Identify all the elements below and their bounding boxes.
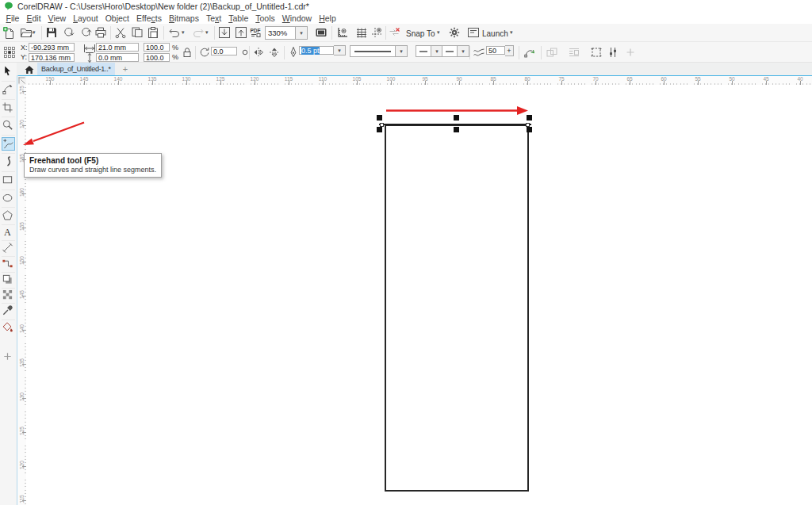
snap-to-dropdown[interactable]: ▾ xyxy=(437,29,440,36)
lock-ratio-icon[interactable] xyxy=(181,46,193,59)
new-document-button[interactable] xyxy=(2,26,16,40)
launch-button[interactable]: Launch xyxy=(482,29,508,38)
object-height-field[interactable]: 0.0 mm xyxy=(96,53,139,62)
selection-handle-top-left[interactable] xyxy=(377,115,382,121)
ellipse-tool[interactable] xyxy=(2,192,15,205)
selected-line-object[interactable] xyxy=(379,124,531,125)
outline-pen-icon[interactable] xyxy=(287,46,300,59)
rotation-angle-field[interactable]: 0.0 xyxy=(211,47,237,55)
selection-handle-bottom-right[interactable] xyxy=(527,127,532,132)
close-curve-icon[interactable] xyxy=(523,46,536,59)
menu-help[interactable]: Help xyxy=(316,13,340,23)
menu-edit[interactable]: Edit xyxy=(23,13,44,23)
line-style-dropdown[interactable]: ▾ xyxy=(396,45,408,57)
menu-table[interactable]: Table xyxy=(225,13,252,23)
polygon-tool[interactable] xyxy=(2,209,15,223)
outline-width-dropdown[interactable]: ▾ xyxy=(334,45,346,55)
pick-tool[interactable] xyxy=(2,65,15,78)
shape-tool[interactable] xyxy=(2,83,15,97)
show-rulers-button[interactable] xyxy=(336,26,350,40)
rotation-icon[interactable] xyxy=(198,46,211,59)
menu-tools[interactable]: Tools xyxy=(252,13,279,23)
document-tab[interactable]: Backup_of_Untitled-1..* xyxy=(37,63,115,75)
paste-button[interactable] xyxy=(147,26,160,40)
connector-tool[interactable] xyxy=(2,258,15,271)
y-position-field[interactable]: 170.136 mm xyxy=(29,53,75,62)
text-tool[interactable]: A xyxy=(2,226,15,239)
redo-dropdown[interactable]: ▾ xyxy=(205,29,209,36)
line-end-node[interactable] xyxy=(526,123,530,127)
cut-button[interactable] xyxy=(114,26,128,40)
rectangle-tool[interactable] xyxy=(2,174,15,187)
import-button[interactable] xyxy=(218,26,232,40)
open-dropdown[interactable]: ▾ xyxy=(33,29,36,36)
undo-button[interactable] xyxy=(168,26,182,40)
mirror-vertical-icon[interactable] xyxy=(268,46,281,59)
snap-to-button[interactable]: Snap To xyxy=(406,29,435,38)
zoom-tool[interactable] xyxy=(2,119,15,132)
object-position-grid-icon[interactable] xyxy=(3,46,16,59)
export-button[interactable] xyxy=(235,26,248,40)
undo-dropdown[interactable]: ▾ xyxy=(182,29,185,36)
outline-width-combo[interactable]: 0.5 pt xyxy=(299,46,334,55)
menu-view[interactable]: View xyxy=(44,13,70,23)
text-wrap-icon[interactable] xyxy=(568,46,580,59)
selection-handle-top-right[interactable] xyxy=(527,115,532,121)
smoothing-icon[interactable] xyxy=(473,46,485,59)
end-arrowhead-combo[interactable] xyxy=(442,45,458,57)
object-width-field[interactable]: 21.0 mm xyxy=(96,43,139,52)
menu-bitmaps[interactable]: Bitmaps xyxy=(165,13,202,23)
new-tab-button[interactable]: + xyxy=(120,63,131,75)
menu-object[interactable]: Object xyxy=(102,13,132,23)
color-eyedropper-tool[interactable] xyxy=(2,304,15,318)
line-style-combo[interactable] xyxy=(350,45,396,57)
publish-to-pdf-button[interactable]: PDF xyxy=(249,26,262,40)
menu-layout[interactable]: Layout xyxy=(70,13,102,23)
bounding-box-icon[interactable] xyxy=(590,46,603,59)
line-start-node[interactable] xyxy=(380,123,384,127)
show-grid-button[interactable] xyxy=(355,26,369,40)
scale-vertical-field[interactable]: 100.0 xyxy=(144,53,170,62)
selection-handle-bottom-middle[interactable] xyxy=(454,127,459,132)
add-preset-icon[interactable] xyxy=(624,46,637,59)
redo-button[interactable] xyxy=(192,26,205,40)
zoom-level-combo-dropdown[interactable]: ▾ xyxy=(296,26,308,40)
launch-icon-button[interactable] xyxy=(467,26,481,40)
selection-handle-bottom-left[interactable] xyxy=(377,127,382,132)
launch-dropdown[interactable]: ▾ xyxy=(510,29,513,36)
freehand-tool[interactable] xyxy=(2,137,15,151)
open-from-cloud-button[interactable] xyxy=(79,26,93,40)
save-button[interactable] xyxy=(45,26,59,40)
horizontal-ruler[interactable] xyxy=(26,76,812,85)
drawn-rectangle[interactable] xyxy=(385,124,529,492)
parallel-dimension-tool[interactable] xyxy=(2,242,15,255)
freehand-smoothing-field[interactable]: 50 xyxy=(486,46,505,55)
copy-button[interactable] xyxy=(131,26,144,40)
smoothing-stepper[interactable]: + xyxy=(505,45,514,56)
show-guidelines-button[interactable] xyxy=(370,26,384,40)
save-to-cloud-button[interactable] xyxy=(62,26,75,40)
selection-handle-top-middle[interactable] xyxy=(454,115,459,121)
menu-file[interactable]: File xyxy=(2,13,23,23)
menu-effects[interactable]: Effects xyxy=(133,13,166,23)
home-icon[interactable] xyxy=(24,64,35,75)
start-arrowhead-combo[interactable] xyxy=(416,45,431,57)
weld-icon[interactable] xyxy=(546,46,558,59)
sliders-icon[interactable] xyxy=(607,46,619,59)
ruler-origin[interactable] xyxy=(17,76,26,85)
full-screen-preview-button[interactable] xyxy=(315,26,328,40)
zoom-level-combo[interactable]: 330% xyxy=(265,26,296,40)
mirror-horizontal-icon[interactable] xyxy=(252,46,265,59)
more-tools[interactable] xyxy=(2,350,15,364)
transparency-tool[interactable] xyxy=(2,289,15,302)
menu-window[interactable]: Window xyxy=(278,13,315,23)
print-button[interactable] xyxy=(94,26,108,40)
artistic-media-tool[interactable] xyxy=(2,155,15,169)
drop-shadow-tool[interactable] xyxy=(2,274,15,287)
interactive-fill-tool[interactable] xyxy=(2,321,15,335)
end-arrowhead-combo-dropdown[interactable]: ▾ xyxy=(458,45,469,57)
menu-text[interactable]: Text xyxy=(202,13,224,23)
scale-horizontal-field[interactable]: 100.0 xyxy=(144,43,170,52)
x-position-field[interactable]: -90.293 mm xyxy=(29,43,75,52)
options-gear-button[interactable] xyxy=(448,26,462,40)
